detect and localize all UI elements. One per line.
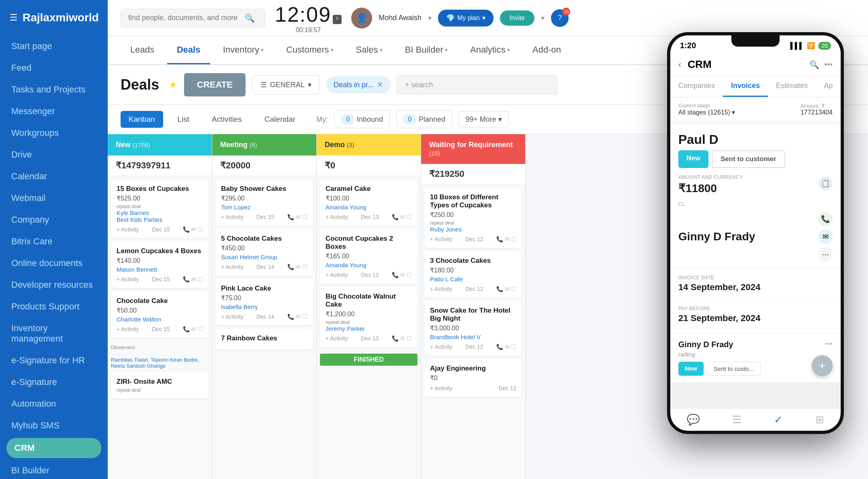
sidebar-item-inventory[interactable]: Inventory management: [0, 317, 108, 350]
mobile-nav-check[interactable]: ✓: [774, 413, 783, 426]
table-row[interactable]: 5 Chocolate Cakes ₹450.00 Susan Helmet G…: [215, 229, 313, 276]
user-chevron-icon[interactable]: ▾: [428, 14, 432, 23]
sidebar-item-drive[interactable]: Drive: [0, 144, 108, 166]
phone-icon[interactable]: 📞: [818, 212, 833, 226]
sidebar-item-myhub-sms[interactable]: Myhub SMS: [0, 415, 108, 436]
fab-button[interactable]: +: [812, 355, 833, 376]
sidebar-item-dev-resources[interactable]: Developer resources: [0, 274, 108, 296]
table-row[interactable]: Snow Cake for The Hotel Big Night ₹3,000…: [424, 301, 522, 356]
tab-deals[interactable]: Deals: [167, 36, 210, 64]
timeline-icon[interactable]: 📋: [818, 176, 833, 190]
mobile-tab-ap[interactable]: Ap: [816, 76, 841, 97]
sidebar-item-messenger[interactable]: Messenger: [0, 100, 108, 122]
sidebar-item-start-page[interactable]: Start page: [0, 35, 108, 57]
tab-sales[interactable]: Sales ▾: [346, 36, 392, 64]
table-row[interactable]: Pink Lace Cake ₹75.00 Isabella Berry + A…: [215, 279, 313, 325]
sidebar-item-workgroups[interactable]: Workgroups: [0, 122, 108, 144]
tag-close-icon[interactable]: ✕: [377, 80, 383, 89]
sidebar-item-online-docs[interactable]: Online documents: [0, 252, 108, 274]
kanban-col-demo: Demo (3) ₹0 Caramel Cake ₹100.00 Amanda …: [317, 134, 421, 479]
deal-detail: Paul D New Sent to customer AMOUNT AND C…: [670, 124, 841, 382]
table-row[interactable]: 3 Chocolate Cakes ₹180.00 Patio L Cafe +…: [424, 251, 522, 298]
table-row[interactable]: 15 Boxes of Cupcakes ₹525.00 repeat deal…: [111, 179, 209, 238]
table-row[interactable]: ZIRI- Onsite AMC repeat deal: [111, 372, 209, 399]
favorite-star-icon[interactable]: ★: [169, 79, 178, 90]
mobile-nav-list[interactable]: ☰: [732, 413, 741, 426]
invoice-date-label: INVOICE DATE: [678, 275, 833, 280]
tab-inventory[interactable]: Inventory ▾: [213, 36, 274, 64]
tab-analytics[interactable]: Analytics ▾: [461, 36, 520, 64]
table-row[interactable]: 7 Rainbow Cakes: [215, 329, 313, 350]
signal-icon: ▌▌▌: [790, 42, 804, 49]
col-header-new: New (1756): [108, 134, 212, 156]
create-button[interactable]: CREATE: [184, 73, 246, 96]
table-row[interactable]: Big Chocolate Walnut Cake ₹1,200.00 repe…: [320, 287, 418, 347]
mobile-filter-row: Current stage All stages (12615) ▾ Amoun…: [670, 98, 841, 121]
sidebar-item-feed[interactable]: Feed: [0, 57, 108, 79]
analytics-chevron-icon: ▾: [507, 47, 510, 53]
kanban-cards-demo: Caramel Cake ₹100.00 Amanda Young + Acti…: [317, 176, 421, 479]
table-row[interactable]: Ajay Engineering ₹0 + Activity Dec 12: [424, 359, 522, 397]
view-kanban[interactable]: Kanban: [121, 111, 163, 128]
search-box[interactable]: 🔍: [121, 9, 265, 27]
inbound-filter[interactable]: 0 Inbound: [334, 111, 390, 128]
kanban-cards-waiting: 10 Boxes of Different Types of Cupcakes …: [421, 184, 525, 479]
table-row[interactable]: Chocolate Cake ₹50.00 Charlotte Walton +…: [111, 291, 209, 338]
stage-new-pill[interactable]: New: [678, 150, 708, 168]
deal-amount: ₹11800: [678, 182, 818, 195]
deal-name: Paul D: [670, 124, 841, 150]
stage-sent-pill[interactable]: Sent to customer: [712, 150, 785, 168]
more-filter[interactable]: 99+ More ▾: [459, 111, 509, 127]
invoice-date-value: 14 September, 2024: [678, 282, 833, 293]
stage-filter-value[interactable]: All stages (12615) ▾: [678, 108, 735, 116]
mobile-more-icon[interactable]: •••: [824, 60, 833, 70]
sidebar-item-esig[interactable]: e-Signature: [0, 371, 108, 393]
sidebar-item-automation[interactable]: Automation: [0, 393, 108, 415]
tab-leads[interactable]: Leads: [121, 36, 164, 64]
mobile-nav-grid[interactable]: ⊞: [815, 413, 824, 426]
view-calendar[interactable]: Calendar: [256, 111, 303, 128]
sidebar-item-esig-hr[interactable]: e-Signature for HR: [0, 350, 108, 371]
mobile-header-actions: 🔍 •••: [809, 60, 833, 70]
email-icon[interactable]: ✉: [818, 229, 833, 244]
sidebar-item-crm[interactable]: CRM: [6, 438, 101, 458]
filter-dropdown[interactable]: ☰ GENERAL ▾: [252, 75, 320, 94]
back-icon[interactable]: ‹: [678, 59, 681, 70]
mobile-tab-estimates[interactable]: Estimates: [768, 76, 816, 97]
deals-search[interactable]: + search: [397, 76, 557, 94]
deal-item-more-icon[interactable]: •••: [825, 340, 833, 348]
sidebar-item-company[interactable]: Company: [0, 209, 108, 231]
mobile-search-icon[interactable]: 🔍: [809, 60, 819, 70]
sidebar-item-bitrix-care[interactable]: Bitrix Care: [0, 231, 108, 252]
view-activities[interactable]: Activities: [204, 111, 250, 128]
mobile-tab-companies[interactable]: Companies: [670, 76, 723, 97]
invite-button[interactable]: Invite: [500, 10, 534, 26]
sidebar-item-webmail[interactable]: Webmail: [0, 187, 108, 209]
table-row[interactable]: Coconut Cupcakes 2 Boxes ₹165.00 Amanda …: [320, 229, 418, 284]
tab-addon[interactable]: Add-on: [523, 36, 571, 64]
col-total-meeting: ₹20000: [212, 156, 316, 176]
planned-filter[interactable]: 0 Planned: [396, 111, 452, 128]
mobile-nav-chat[interactable]: 💬: [687, 413, 700, 426]
search-input[interactable]: [128, 14, 241, 22]
sidebar-item-tasks[interactable]: Tasks and Projects: [0, 79, 108, 100]
table-row[interactable]: Caramel Cake ₹100.00 Amanda Young + Acti…: [320, 179, 418, 226]
tab-bi-builder[interactable]: BI Builder ▾: [395, 36, 457, 64]
table-row[interactable]: 10 Boxes of Different Types of Cupcakes …: [424, 188, 522, 248]
sidebar-item-products-support[interactable]: Products Support: [0, 296, 108, 317]
sidebar-item-bi-builder[interactable]: BI Builder: [0, 460, 108, 479]
sidebar-item-calendar[interactable]: Calendar: [0, 166, 108, 187]
table-row[interactable]: Lemon Cupcakes 4 Boxes ₹140.00 Mason Ben…: [111, 242, 209, 288]
mobile-tab-invoices[interactable]: Invoices: [723, 76, 768, 97]
table-row[interactable]: Baby Shower Cakes ₹295.00 Tom Lopez + Ac…: [215, 179, 313, 226]
more-contact-icon[interactable]: ⋯: [818, 247, 833, 262]
tab-customers[interactable]: Customers ▾: [276, 36, 343, 64]
sidebar-nav: Start page Feed Tasks and Projects Messe…: [0, 35, 108, 479]
view-list[interactable]: List: [170, 111, 198, 128]
hamburger-icon[interactable]: ☰: [10, 12, 18, 23]
myplan-button[interactable]: 💎 My plan ▾: [438, 10, 493, 27]
mobile-notch: [731, 35, 780, 47]
battery-badge: 20: [818, 42, 831, 50]
invite-chevron-icon: ▾: [541, 14, 545, 23]
help-button[interactable]: ? 10: [551, 9, 569, 27]
